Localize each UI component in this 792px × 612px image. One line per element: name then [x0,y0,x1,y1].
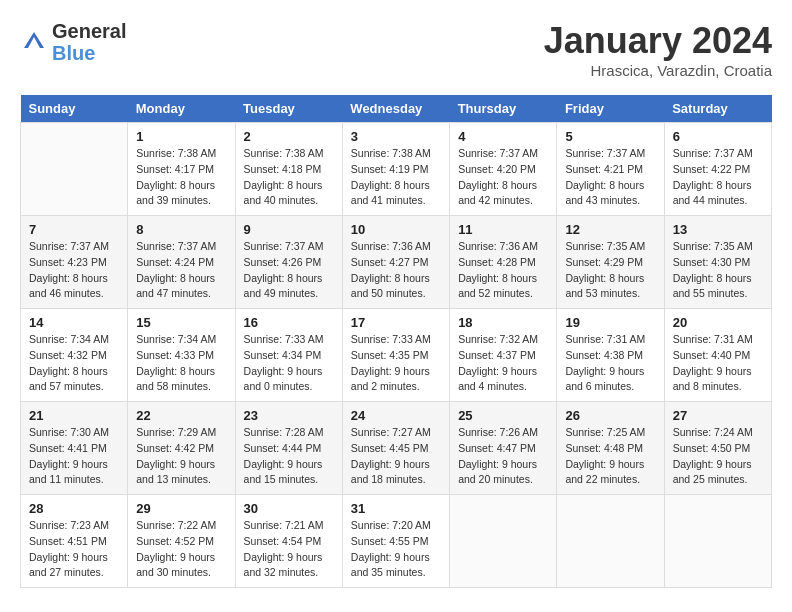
calendar-cell: 2Sunrise: 7:38 AMSunset: 4:18 PMDaylight… [235,123,342,216]
cell-info: Sunrise: 7:37 AMSunset: 4:21 PMDaylight:… [565,147,645,206]
day-number: 5 [565,129,655,144]
day-number: 3 [351,129,441,144]
day-number: 30 [244,501,334,516]
calendar-cell: 9Sunrise: 7:37 AMSunset: 4:26 PMDaylight… [235,216,342,309]
day-number: 13 [673,222,763,237]
day-number: 20 [673,315,763,330]
calendar-cell: 15Sunrise: 7:34 AMSunset: 4:33 PMDayligh… [128,309,235,402]
column-header-monday: Monday [128,95,235,123]
calendar-cell: 16Sunrise: 7:33 AMSunset: 4:34 PMDayligh… [235,309,342,402]
week-row-3: 14Sunrise: 7:34 AMSunset: 4:32 PMDayligh… [21,309,772,402]
day-number: 27 [673,408,763,423]
week-row-5: 28Sunrise: 7:23 AMSunset: 4:51 PMDayligh… [21,495,772,588]
week-row-1: 1Sunrise: 7:38 AMSunset: 4:17 PMDaylight… [21,123,772,216]
day-number: 12 [565,222,655,237]
cell-info: Sunrise: 7:35 AMSunset: 4:29 PMDaylight:… [565,240,645,299]
cell-info: Sunrise: 7:20 AMSunset: 4:55 PMDaylight:… [351,519,431,578]
cell-info: Sunrise: 7:33 AMSunset: 4:35 PMDaylight:… [351,333,431,392]
calendar-cell: 6Sunrise: 7:37 AMSunset: 4:22 PMDaylight… [664,123,771,216]
day-number: 24 [351,408,441,423]
day-number: 8 [136,222,226,237]
column-header-friday: Friday [557,95,664,123]
day-number: 7 [29,222,119,237]
day-number: 4 [458,129,548,144]
day-number: 29 [136,501,226,516]
calendar-cell: 23Sunrise: 7:28 AMSunset: 4:44 PMDayligh… [235,402,342,495]
cell-info: Sunrise: 7:31 AMSunset: 4:40 PMDaylight:… [673,333,753,392]
day-number: 11 [458,222,548,237]
calendar-cell [450,495,557,588]
location-subtitle: Hrascica, Varazdin, Croatia [544,62,772,79]
day-number: 26 [565,408,655,423]
calendar-cell: 18Sunrise: 7:32 AMSunset: 4:37 PMDayligh… [450,309,557,402]
cell-info: Sunrise: 7:38 AMSunset: 4:19 PMDaylight:… [351,147,431,206]
day-number: 1 [136,129,226,144]
logo: General Blue [20,20,126,64]
calendar-cell: 25Sunrise: 7:26 AMSunset: 4:47 PMDayligh… [450,402,557,495]
calendar-cell: 30Sunrise: 7:21 AMSunset: 4:54 PMDayligh… [235,495,342,588]
cell-info: Sunrise: 7:37 AMSunset: 4:24 PMDaylight:… [136,240,216,299]
calendar-cell: 13Sunrise: 7:35 AMSunset: 4:30 PMDayligh… [664,216,771,309]
calendar-cell [21,123,128,216]
cell-info: Sunrise: 7:29 AMSunset: 4:42 PMDaylight:… [136,426,216,485]
day-number: 17 [351,315,441,330]
cell-info: Sunrise: 7:33 AMSunset: 4:34 PMDaylight:… [244,333,324,392]
day-number: 10 [351,222,441,237]
day-number: 16 [244,315,334,330]
calendar-cell: 8Sunrise: 7:37 AMSunset: 4:24 PMDaylight… [128,216,235,309]
calendar-cell: 29Sunrise: 7:22 AMSunset: 4:52 PMDayligh… [128,495,235,588]
page-header: General Blue January 2024 Hrascica, Vara… [20,20,772,79]
month-title: January 2024 [544,20,772,62]
day-number: 14 [29,315,119,330]
column-header-wednesday: Wednesday [342,95,449,123]
calendar-cell: 20Sunrise: 7:31 AMSunset: 4:40 PMDayligh… [664,309,771,402]
cell-info: Sunrise: 7:28 AMSunset: 4:44 PMDaylight:… [244,426,324,485]
cell-info: Sunrise: 7:26 AMSunset: 4:47 PMDaylight:… [458,426,538,485]
cell-info: Sunrise: 7:37 AMSunset: 4:20 PMDaylight:… [458,147,538,206]
calendar-cell: 3Sunrise: 7:38 AMSunset: 4:19 PMDaylight… [342,123,449,216]
title-section: January 2024 Hrascica, Varazdin, Croatia [544,20,772,79]
cell-info: Sunrise: 7:37 AMSunset: 4:23 PMDaylight:… [29,240,109,299]
day-number: 25 [458,408,548,423]
cell-info: Sunrise: 7:32 AMSunset: 4:37 PMDaylight:… [458,333,538,392]
calendar-cell: 7Sunrise: 7:37 AMSunset: 4:23 PMDaylight… [21,216,128,309]
day-number: 15 [136,315,226,330]
calendar-cell: 21Sunrise: 7:30 AMSunset: 4:41 PMDayligh… [21,402,128,495]
calendar-cell: 12Sunrise: 7:35 AMSunset: 4:29 PMDayligh… [557,216,664,309]
day-number: 6 [673,129,763,144]
calendar-cell: 28Sunrise: 7:23 AMSunset: 4:51 PMDayligh… [21,495,128,588]
cell-info: Sunrise: 7:21 AMSunset: 4:54 PMDaylight:… [244,519,324,578]
cell-info: Sunrise: 7:36 AMSunset: 4:28 PMDaylight:… [458,240,538,299]
logo-blue: Blue [52,42,126,64]
calendar-cell [664,495,771,588]
cell-info: Sunrise: 7:35 AMSunset: 4:30 PMDaylight:… [673,240,753,299]
calendar-cell: 22Sunrise: 7:29 AMSunset: 4:42 PMDayligh… [128,402,235,495]
cell-info: Sunrise: 7:36 AMSunset: 4:27 PMDaylight:… [351,240,431,299]
calendar-cell: 31Sunrise: 7:20 AMSunset: 4:55 PMDayligh… [342,495,449,588]
cell-info: Sunrise: 7:30 AMSunset: 4:41 PMDaylight:… [29,426,109,485]
cell-info: Sunrise: 7:31 AMSunset: 4:38 PMDaylight:… [565,333,645,392]
cell-info: Sunrise: 7:34 AMSunset: 4:32 PMDaylight:… [29,333,109,392]
cell-info: Sunrise: 7:37 AMSunset: 4:26 PMDaylight:… [244,240,324,299]
column-header-thursday: Thursday [450,95,557,123]
calendar-cell: 4Sunrise: 7:37 AMSunset: 4:20 PMDaylight… [450,123,557,216]
day-number: 18 [458,315,548,330]
cell-info: Sunrise: 7:23 AMSunset: 4:51 PMDaylight:… [29,519,109,578]
logo-text: General Blue [52,20,126,64]
day-number: 19 [565,315,655,330]
column-header-sunday: Sunday [21,95,128,123]
cell-info: Sunrise: 7:38 AMSunset: 4:17 PMDaylight:… [136,147,216,206]
calendar-cell: 11Sunrise: 7:36 AMSunset: 4:28 PMDayligh… [450,216,557,309]
cell-info: Sunrise: 7:34 AMSunset: 4:33 PMDaylight:… [136,333,216,392]
column-header-saturday: Saturday [664,95,771,123]
calendar-cell: 1Sunrise: 7:38 AMSunset: 4:17 PMDaylight… [128,123,235,216]
cell-info: Sunrise: 7:25 AMSunset: 4:48 PMDaylight:… [565,426,645,485]
logo-icon [20,28,48,56]
day-number: 21 [29,408,119,423]
day-number: 28 [29,501,119,516]
calendar-cell [557,495,664,588]
cell-info: Sunrise: 7:37 AMSunset: 4:22 PMDaylight:… [673,147,753,206]
day-number: 23 [244,408,334,423]
cell-info: Sunrise: 7:38 AMSunset: 4:18 PMDaylight:… [244,147,324,206]
week-row-4: 21Sunrise: 7:30 AMSunset: 4:41 PMDayligh… [21,402,772,495]
